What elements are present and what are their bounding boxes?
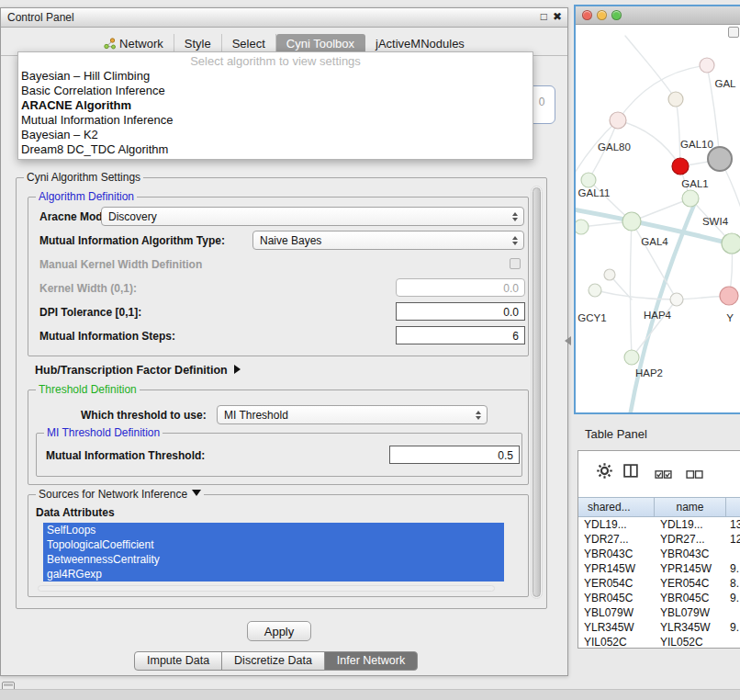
- columns-icon[interactable]: [623, 464, 639, 482]
- network-node-gal10-gray[interactable]: [708, 147, 732, 171]
- mi-threshold-definition-legend: MI Threshold Definition: [44, 426, 163, 439]
- combo-arrows-icon: [472, 411, 487, 420]
- network-node-red-node[interactable]: [672, 158, 689, 175]
- collapse-arrow-icon[interactable]: [192, 490, 201, 496]
- algorithm-definition-legend: Algorithm Definition: [36, 190, 137, 203]
- column-header-shared[interactable]: shared...: [578, 497, 655, 517]
- network-node-gal4[interactable]: [622, 212, 641, 231]
- tab-style[interactable]: Style: [174, 34, 222, 53]
- network-node-swi4[interactable]: [722, 233, 740, 254]
- apply-button[interactable]: Apply: [247, 621, 311, 641]
- network-node-mid-white[interactable]: [670, 293, 683, 306]
- overview-toggle[interactable]: [728, 27, 739, 38]
- node-label-gal80: GAL80: [598, 141, 631, 152]
- manual-kernel-width-checkbox[interactable]: [510, 258, 521, 269]
- network-node-right-pink[interactable]: [720, 287, 738, 305]
- control-panel-window: Control Panel □ ✖ NetworkStyleSelectCyni…: [0, 7, 568, 676]
- network-node-gal1[interactable]: [682, 190, 699, 207]
- mi-algorithm-type-select[interactable]: Naive Bayes: [252, 231, 524, 250]
- table-row[interactable]: YIL052CYIL052C: [578, 635, 740, 648]
- column-header-name[interactable]: name: [655, 497, 726, 517]
- dpi-tolerance-field[interactable]: 0.0: [396, 302, 525, 321]
- table-row[interactable]: YER054CYER054C8.: [578, 576, 740, 591]
- mi-threshold-field[interactable]: 0.5: [389, 446, 520, 464]
- node-label-y: Y: [726, 312, 734, 323]
- list-horizontal-scrollbar[interactable]: [38, 585, 495, 592]
- network-node-gal80[interactable]: [610, 112, 626, 129]
- tab-network[interactable]: Network: [94, 34, 174, 53]
- node-label-hap2: HAP2: [635, 367, 663, 378]
- algorithm-dropdown-popup: Select algorithm to view settings Bayesi…: [17, 51, 533, 160]
- deselect-all-checkboxes-icon[interactable]: [686, 467, 703, 483]
- algorithm-option-bayesian-k2[interactable]: Bayesian – K2: [18, 128, 533, 142]
- table-row[interactable]: YDR27...YDR27...12: [578, 532, 740, 547]
- gear-icon[interactable]: [596, 462, 613, 483]
- bottom-tab-bar: Impute DataDiscretize DataInfer Network: [134, 651, 418, 671]
- combo-arrows-icon: [509, 236, 523, 245]
- network-edge: [631, 221, 633, 357]
- node-label-swi4: SWI4: [702, 216, 729, 227]
- attribute-item-gal4rgexp[interactable]: gal4RGexp: [43, 567, 504, 581]
- close-traffic-light[interactable]: [582, 10, 592, 20]
- table-cell: 9.: [726, 561, 740, 576]
- table-cell: [726, 605, 740, 620]
- column-header-value[interactable]: [726, 497, 740, 517]
- table-row[interactable]: YBR043CYBR043C: [578, 547, 740, 561]
- table-row[interactable]: YDL19...YDL19...13: [578, 517, 740, 532]
- table-row[interactable]: YPR145WYPR145W9.: [578, 561, 740, 576]
- network-node-gcy1[interactable]: [589, 284, 601, 297]
- tab-jactivemnodules[interactable]: jActiveMNodules: [365, 34, 475, 53]
- network-edge: [595, 290, 677, 299]
- minimize-traffic-light[interactable]: [597, 10, 607, 20]
- network-node-hap2[interactable]: [624, 350, 639, 365]
- table-row[interactable]: YBL079WYBL079W: [578, 605, 740, 620]
- algorithm-option-mutual-information-inference[interactable]: Mutual Information Inference: [18, 113, 533, 128]
- bottom-tab-discretize-data[interactable]: Discretize Data: [221, 651, 325, 671]
- tab-label: Cyni Toolbox: [286, 37, 354, 51]
- hub-definition-expander[interactable]: Hub/Transcription Factor Definition: [35, 364, 241, 377]
- settings-scrollbar[interactable]: [531, 186, 543, 599]
- algorithm-option-basic-correlation-inference[interactable]: Basic Correlation Inference: [18, 84, 533, 98]
- aracne-mode-select[interactable]: Discovery: [101, 207, 524, 226]
- network-node-mid-pale[interactable]: [668, 92, 683, 107]
- close-window-icon[interactable]: ✖: [553, 10, 562, 23]
- network-node-left-green[interactable]: [576, 220, 589, 234]
- table-panel-header: Table Panel: [574, 419, 740, 448]
- splitter-collapse-arrow[interactable]: [565, 336, 571, 345]
- table-toolbar: [578, 458, 740, 488]
- table-row[interactable]: YBR045CYBR045C9.: [578, 591, 740, 605]
- tab-cyni-toolbox[interactable]: Cyni Toolbox: [276, 34, 365, 53]
- table-cell: YLR345W: [655, 620, 726, 635]
- network-node-top-pink[interactable]: [700, 58, 714, 73]
- network-node-small-pale[interactable]: [604, 269, 615, 280]
- select-all-checkboxes-icon[interactable]: [655, 467, 672, 483]
- bottom-tab-impute-data[interactable]: Impute Data: [134, 651, 222, 671]
- tab-select[interactable]: Select: [222, 34, 276, 53]
- bottom-tab-infer-network[interactable]: Infer Network: [324, 651, 418, 671]
- algorithm-option-dream8-dc-tdc-algorithm[interactable]: Dream8 DC_TDC Algorithm: [18, 142, 533, 157]
- attribute-item-selfloops[interactable]: SelfLoops: [43, 523, 504, 537]
- settings-legend: Cyni Algorithm Settings: [24, 171, 143, 184]
- data-attributes-label: Data Attributes: [36, 506, 115, 519]
- network-node-gal11[interactable]: [581, 173, 596, 187]
- algorithm-list: Bayesian – Hill ClimbingBasic Correlatio…: [18, 69, 533, 157]
- table-cell: 12: [726, 532, 740, 547]
- table-cell: 9.: [726, 620, 740, 635]
- table-row[interactable]: YLR345WYLR345W9.: [578, 620, 740, 635]
- window-title: Control Panel: [7, 11, 74, 24]
- network-canvas[interactable]: GAL80GALGAL10GAL11GAL1SWI4GAL4GCY1HAP4YH…: [576, 25, 740, 412]
- desktop: Control Panel □ ✖ NetworkStyleSelectCyni…: [0, 0, 740, 700]
- which-threshold-select[interactable]: MI Threshold: [217, 405, 488, 424]
- mi-steps-field[interactable]: 6: [396, 326, 525, 344]
- table-cell: 8.: [726, 576, 740, 591]
- algorithm-option-aracne-algorithm[interactable]: ARACNE Algorithm: [18, 98, 533, 113]
- attribute-item-topologicalcoefficient[interactable]: TopologicalCoefficient: [43, 537, 504, 552]
- float-window-icon[interactable]: □: [541, 10, 547, 23]
- algorithm-option-bayesian-hill-climbing[interactable]: Bayesian – Hill Climbing: [18, 69, 533, 84]
- data-attributes-list: SelfLoopsTopologicalCoefficientBetweenne…: [43, 523, 504, 581]
- combo-arrows-icon: [509, 212, 523, 221]
- zoom-traffic-light[interactable]: [611, 10, 622, 20]
- kernel-width-field[interactable]: 0.0: [396, 278, 525, 297]
- scrollbar-thumb[interactable]: [533, 187, 541, 597]
- attribute-item-betweennesscentrality[interactable]: BetweennessCentrality: [43, 552, 504, 567]
